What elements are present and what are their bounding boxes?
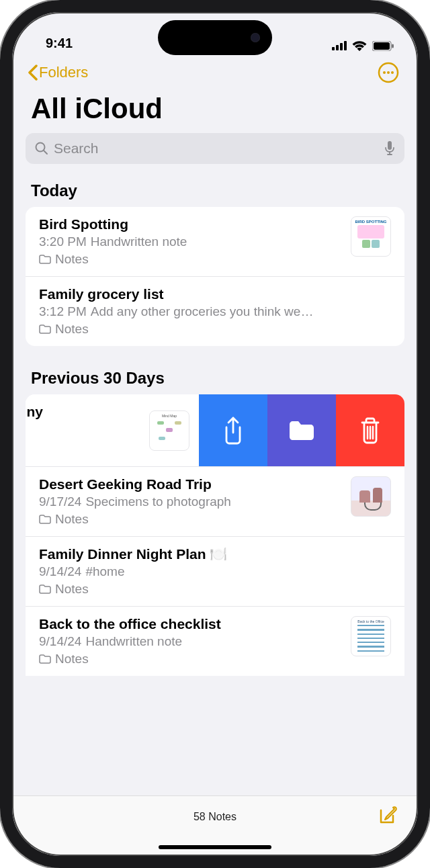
share-icon: [222, 417, 245, 445]
wifi-icon: [352, 40, 367, 51]
svg-point-9: [387, 71, 390, 74]
swipe-delete-button[interactable]: [336, 394, 404, 466]
notes-count: 58 Notes: [194, 811, 236, 823]
note-title: Family grocery list: [39, 286, 391, 302]
back-button[interactable]: Folders: [27, 64, 88, 81]
svg-rect-3: [344, 41, 347, 50]
folder-small-icon: [39, 515, 51, 524]
svg-point-10: [391, 71, 394, 74]
search-input[interactable]: [54, 140, 379, 157]
note-thumbnail: Mind Map: [149, 410, 189, 451]
cellular-icon: [332, 41, 347, 50]
swipe-actions: [199, 394, 404, 466]
note-folder: Notes: [39, 322, 391, 337]
more-icon: [378, 62, 399, 83]
note-title: Bird Spotting: [39, 216, 341, 232]
note-title: Family Dinner Night Plan 🍽️: [39, 546, 391, 562]
folder-small-icon: [39, 584, 51, 594]
more-button[interactable]: [378, 62, 399, 83]
dynamic-island: [158, 20, 272, 55]
trash-icon: [359, 417, 381, 444]
note-subtitle: 9/14/24#home: [39, 564, 391, 579]
search-icon: [35, 142, 48, 155]
note-subtitle: 3:12 PMAdd any other groceries you think…: [39, 304, 391, 319]
svg-rect-5: [374, 42, 390, 50]
compose-icon: [378, 806, 398, 826]
svg-rect-13: [388, 141, 392, 150]
swipe-move-button[interactable]: [267, 394, 336, 466]
svg-rect-2: [340, 43, 343, 50]
note-subtitle: 9/14/24Handwritten note: [39, 634, 341, 649]
note-subtitle: 9/17/24Specimens to photograph: [39, 494, 341, 509]
folder-small-icon: [39, 324, 51, 334]
note-subtitle: 3:20 PMHandwritten note: [39, 234, 341, 249]
note-folder: Notes: [39, 512, 341, 527]
svg-point-8: [383, 71, 386, 74]
swiped-title-remnant: ny: [26, 394, 43, 466]
search-wrap: [12, 133, 418, 177]
note-row[interactable]: Family Dinner Night Plan 🍽️ 9/14/24#home…: [26, 537, 404, 607]
section-header-prev30: Previous 30 Days: [12, 365, 418, 394]
svg-rect-6: [392, 44, 394, 48]
folder-small-icon: [39, 255, 51, 264]
mic-icon[interactable]: [384, 141, 395, 156]
notes-list[interactable]: Today Bird Spotting 3:20 PMHandwritten n…: [12, 177, 418, 795]
folder-small-icon: [39, 654, 51, 664]
note-folder: Notes: [39, 652, 341, 666]
note-row[interactable]: Bird Spotting 3:20 PMHandwritten note No…: [26, 207, 404, 277]
svg-line-12: [44, 150, 47, 154]
today-group: Bird Spotting 3:20 PMHandwritten note No…: [26, 207, 404, 346]
swiped-thumb-area: Mind Map: [43, 394, 199, 466]
nav-bar: Folders: [12, 54, 418, 87]
swipe-share-button[interactable]: [199, 394, 267, 466]
note-title: Desert Geeking Road Trip: [39, 476, 341, 492]
bottom-toolbar: 58 Notes: [12, 795, 418, 856]
note-title: Back to the office checklist: [39, 616, 341, 632]
note-row-swiped[interactable]: ny Mind Map: [26, 394, 404, 467]
note-thumbnail: Back to the Office: [351, 616, 391, 656]
note-folder: Notes: [39, 582, 391, 597]
note-folder: Notes: [39, 252, 341, 267]
note-row[interactable]: Family grocery list 3:12 PMAdd any other…: [26, 277, 404, 346]
status-time: 9:41: [46, 36, 73, 51]
prev30-group: ny Mind Map: [26, 394, 404, 676]
note-thumbnail: BIRD SPOTTING: [351, 216, 391, 257]
folder-icon: [288, 419, 316, 442]
svg-rect-0: [332, 47, 335, 50]
svg-rect-1: [336, 45, 339, 50]
page-title: All iCloud: [12, 87, 418, 133]
section-header-today: Today: [12, 177, 418, 207]
chevron-back-icon: [27, 64, 38, 81]
note-thumbnail: [351, 476, 391, 517]
note-row[interactable]: Back to the office checklist 9/14/24Hand…: [26, 607, 404, 676]
note-row[interactable]: Desert Geeking Road Trip 9/17/24Specimen…: [26, 467, 404, 537]
compose-button[interactable]: [378, 806, 398, 828]
home-indicator[interactable]: [159, 845, 271, 849]
front-camera: [251, 33, 260, 42]
status-indicators: [332, 40, 394, 51]
battery-icon: [372, 41, 394, 51]
back-label: Folders: [39, 64, 88, 81]
search-bar[interactable]: [26, 133, 404, 164]
